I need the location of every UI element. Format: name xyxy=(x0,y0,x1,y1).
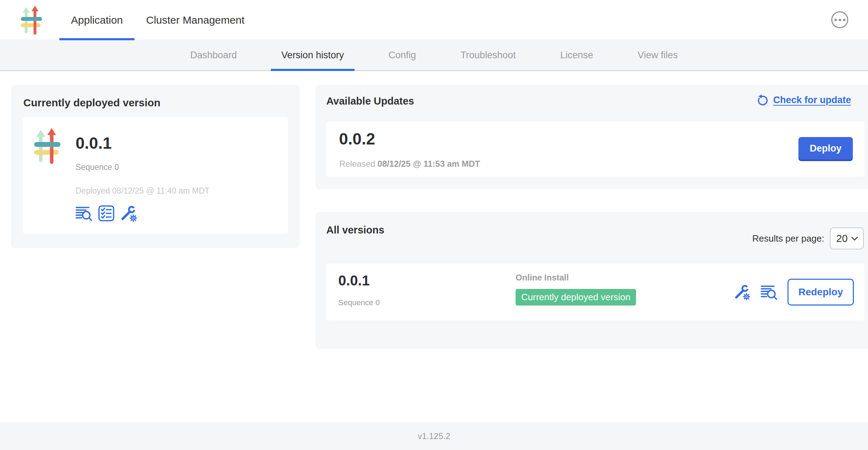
tab-version-history[interactable]: Version history xyxy=(271,40,355,70)
row-version-number: 0.0.1 xyxy=(338,273,370,289)
tab-dashboard-label: Dashboard xyxy=(190,50,237,61)
console-version: v1.125.2 xyxy=(418,431,450,441)
deploy-button[interactable]: Deploy xyxy=(798,137,853,160)
released-date: 08/12/25 @ 11:53 am MDT xyxy=(377,159,480,168)
header-nav: Application Cluster Management xyxy=(59,0,256,40)
app-header: Application Cluster Management xyxy=(0,0,868,40)
tab-license-label: License xyxy=(560,50,593,61)
chevron-down-icon xyxy=(851,236,858,241)
all-versions-card: All versions Results per page: 20 0.0.1 … xyxy=(315,212,868,349)
released-prefix: Released xyxy=(339,159,375,168)
tab-troubleshoot-label: Troubleshoot xyxy=(460,50,516,61)
deployed-version-number: 0.0.1 xyxy=(76,134,210,153)
row-install-type: Online Install xyxy=(516,273,636,283)
tab-troubleshoot[interactable]: Troubleshoot xyxy=(450,40,527,70)
tab-view-files-label: View files xyxy=(638,50,678,61)
header-tab-application[interactable]: Application xyxy=(59,0,135,40)
edit-config-icon[interactable] xyxy=(120,205,138,222)
row-actions: Redeploy xyxy=(734,264,854,320)
currently-deployed-title: Currently deployed version xyxy=(23,97,160,109)
results-per-page-value: 20 xyxy=(836,233,848,244)
version-row: 0.0.1 Sequence 0 Online Install Currentl… xyxy=(326,264,864,320)
update-released-timestamp: Released 08/12/25 @ 11:53 am MDT xyxy=(339,159,480,169)
currently-deployed-version-card: 0.0.1 Sequence 0 Deployed 08/12/25 @ 11:… xyxy=(23,117,288,234)
deploy-logs-icon[interactable] xyxy=(76,206,93,221)
currently-deployed-card: Currently deployed version 0.0.1 Sequenc… xyxy=(11,85,300,248)
edit-config-icon[interactable] xyxy=(734,284,751,300)
tab-dashboard[interactable]: Dashboard xyxy=(180,40,248,70)
ellipsis-dot xyxy=(839,19,841,21)
deployed-sequence: Sequence 0 xyxy=(76,162,210,172)
tab-config[interactable]: Config xyxy=(378,40,427,70)
tab-license[interactable]: License xyxy=(550,40,604,70)
deployed-timestamp: Deployed 08/12/25 @ 11:40 am MDT xyxy=(76,186,210,196)
results-per-page: Results per page: 20 xyxy=(752,227,864,249)
app-logo-icon xyxy=(33,127,61,164)
ellipsis-dot xyxy=(834,19,837,21)
version-history-page: Application Cluster Management Dashboard… xyxy=(0,0,868,450)
overflow-menu-button[interactable] xyxy=(831,11,848,28)
available-updates-card: Available Updates Check for update 0.0.2… xyxy=(315,85,868,189)
tab-version-history-label: Version history xyxy=(281,50,344,61)
footer: v1.125.2 xyxy=(0,422,868,450)
deployed-version-actions xyxy=(76,205,210,222)
header-tab-cluster-management-label: Cluster Management xyxy=(146,14,244,26)
currently-deployed-badge: Currently deployed version xyxy=(516,289,636,306)
update-version-number: 0.0.2 xyxy=(339,129,375,148)
results-per-page-select[interactable]: 20 xyxy=(830,227,864,249)
preflight-checks-icon[interactable] xyxy=(98,205,114,221)
results-per-page-label: Results per page: xyxy=(752,233,824,244)
deploy-logs-icon[interactable] xyxy=(761,284,778,300)
tab-view-files[interactable]: View files xyxy=(627,40,689,70)
available-updates-title: Available Updates xyxy=(326,95,414,107)
app-subnav: Dashboard Version history Config Trouble… xyxy=(0,40,868,71)
header-tab-cluster-management[interactable]: Cluster Management xyxy=(135,0,256,40)
available-update-row: 0.0.2 Released 08/12/25 @ 11:53 am MDT D… xyxy=(326,122,864,177)
check-for-update-label: Check for update xyxy=(773,95,851,106)
ellipsis-dot xyxy=(843,19,845,21)
tab-config-label: Config xyxy=(388,50,416,61)
redeploy-button[interactable]: Redeploy xyxy=(787,279,854,306)
all-versions-title: All versions xyxy=(326,224,384,236)
check-for-update-link[interactable]: Check for update xyxy=(757,94,851,106)
row-sequence: Sequence 0 xyxy=(338,298,380,307)
header-tab-application-label: Application xyxy=(71,14,123,26)
app-logo-icon xyxy=(20,5,43,35)
refresh-icon xyxy=(757,94,769,106)
